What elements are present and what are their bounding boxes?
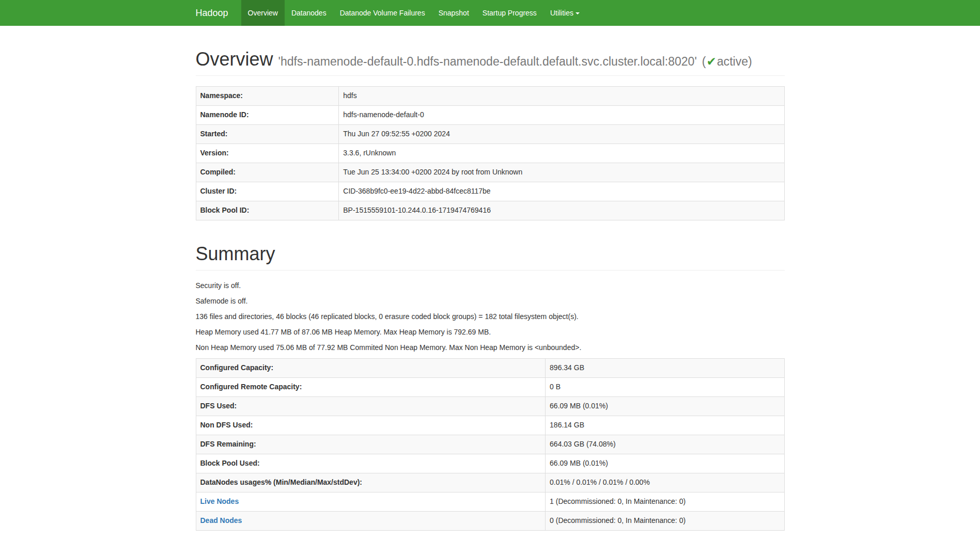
table-row: Version: 3.3.6, rUnknown [196,144,784,163]
row-label: Configured Capacity: [196,358,546,377]
overview-header: Overview 'hdfs-namenode-default-0.hdfs-n… [196,47,785,76]
row-value: BP-1515559101-10.244.0.16-1719474769416 [339,201,784,220]
summary-text-block: Security is off. Safemode is off. 136 fi… [196,281,785,353]
row-value: Thu Jun 27 09:52:55 +0200 2024 [339,124,784,144]
utilities-label: Utilities [550,9,573,17]
table-row: Namenode ID: hdfs-namenode-default-0 [196,105,784,124]
nav-item-startup-progress[interactable]: Startup Progress [476,0,543,26]
table-row: Dead Nodes 0 (Decommissioned: 0, In Main… [196,511,784,530]
active-check-icon: ✔ [706,55,717,68]
namenode-info-table: Namespace: hdfs Namenode ID: hdfs-nameno… [196,86,785,220]
hadoop-brand[interactable]: Hadoop [196,0,236,26]
nav-item-utilities[interactable]: Utilities [543,0,586,26]
row-label: Configured Remote Capacity: [196,377,546,396]
row-label: Live Nodes [196,492,546,511]
nav-link-datanode-volume-failures[interactable]: Datanode Volume Failures [333,0,432,26]
table-row: DataNodes usages% (Min/Median/Max/stdDev… [196,473,784,492]
nav-link-overview[interactable]: Overview [241,0,285,26]
navbar-menu: Overview Datanodes Datanode Volume Failu… [241,0,586,26]
main-content: Overview 'hdfs-namenode-default-0.hdfs-n… [188,47,792,531]
row-value: hdfs [339,87,784,106]
row-label: Namespace: [196,87,339,106]
summary-paragraph: Safemode is off. [196,296,785,307]
summary-table: Configured Capacity: 896.34 GB Configure… [196,358,785,531]
row-label: DFS Remaining: [196,435,546,454]
row-label: Namenode ID: [196,105,339,124]
table-row: DFS Remaining: 664.03 GB (74.08%) [196,435,784,454]
nav-item-snapshot[interactable]: Snapshot [432,0,476,26]
row-value: 186.14 GB [546,416,784,435]
caret-down-icon [575,12,580,14]
row-value: 664.03 GB (74.08%) [546,435,784,454]
row-value: 66.09 MB (0.01%) [546,396,784,416]
namenode-address: 'hdfs-namenode-default-0.hdfs-namenode-d… [278,55,697,68]
summary-paragraph: Non Heap Memory used 75.06 MB of 77.92 M… [196,343,785,353]
summary-title: Summary [196,242,785,265]
nav-item-overview[interactable]: Overview [241,0,285,26]
row-label: Compiled: [196,163,339,182]
row-value: 896.34 GB [546,358,784,377]
table-row: Configured Remote Capacity: 0 B [196,377,784,396]
table-row: Block Pool Used: 66.09 MB (0.01%) [196,454,784,473]
table-row: Configured Capacity: 896.34 GB [196,358,784,377]
row-label: Block Pool Used: [196,454,546,473]
row-value: 0 B [546,377,784,396]
row-label: Non DFS Used: [196,416,546,435]
namenode-status: (✔active) [702,55,752,68]
active-status-label: active) [717,55,752,68]
row-value: 1 (Decommissioned: 0, In Maintenance: 0) [546,492,784,511]
row-value: 0.01% / 0.01% / 0.01% / 0.00% [546,473,784,492]
dead-nodes-link[interactable]: Dead Nodes [200,516,242,525]
summary-paragraph: Security is off. [196,281,785,291]
row-label: DataNodes usages% (Min/Median/Max/stdDev… [196,473,546,492]
table-row: Non DFS Used: 186.14 GB [196,416,784,435]
table-row: Namespace: hdfs [196,87,784,106]
table-row: Cluster ID: CID-368b9fc0-ee19-4d22-abbd-… [196,182,784,201]
row-label: Started: [196,124,339,144]
nav-link-datanodes[interactable]: Datanodes [285,0,333,26]
row-label: Dead Nodes [196,511,546,530]
live-nodes-link[interactable]: Live Nodes [200,497,239,505]
nav-link-startup-progress[interactable]: Startup Progress [476,0,543,26]
page-title-text: Overview [196,49,273,70]
nav-link-utilities[interactable]: Utilities [543,0,586,26]
nav-item-datanode-volume-failures[interactable]: Datanode Volume Failures [333,0,432,26]
summary-header: Summary [196,242,785,271]
table-row: Block Pool ID: BP-1515559101-10.244.0.16… [196,201,784,220]
row-label: Version: [196,144,339,163]
nav-item-datanodes[interactable]: Datanodes [285,0,333,26]
row-value: 0 (Decommissioned: 0, In Maintenance: 0) [546,511,784,530]
table-row: Compiled: Tue Jun 25 13:34:00 +0200 2024… [196,163,784,182]
table-row: Live Nodes 1 (Decommissioned: 0, In Main… [196,492,784,511]
row-value: 3.3.6, rUnknown [339,144,784,163]
table-row: DFS Used: 66.09 MB (0.01%) [196,396,784,416]
nav-link-snapshot[interactable]: Snapshot [432,0,476,26]
table-row: Started: Thu Jun 27 09:52:55 +0200 2024 [196,124,784,144]
row-label: Block Pool ID: [196,201,339,220]
row-value: CID-368b9fc0-ee19-4d22-abbd-84fcec8117be [339,182,784,201]
row-value: 66.09 MB (0.01%) [546,454,784,473]
row-label: Cluster ID: [196,182,339,201]
summary-paragraph: 136 files and directories, 46 blocks (46… [196,312,785,322]
row-label: DFS Used: [196,396,546,416]
navbar: Hadoop Overview Datanodes Datanode Volum… [0,0,980,26]
summary-paragraph: Heap Memory used 41.77 MB of 87.06 MB He… [196,327,785,338]
row-value: hdfs-namenode-default-0 [339,105,784,124]
page-title: Overview 'hdfs-namenode-default-0.hdfs-n… [196,47,785,71]
row-value: Tue Jun 25 13:34:00 +0200 2024 by root f… [339,163,784,182]
